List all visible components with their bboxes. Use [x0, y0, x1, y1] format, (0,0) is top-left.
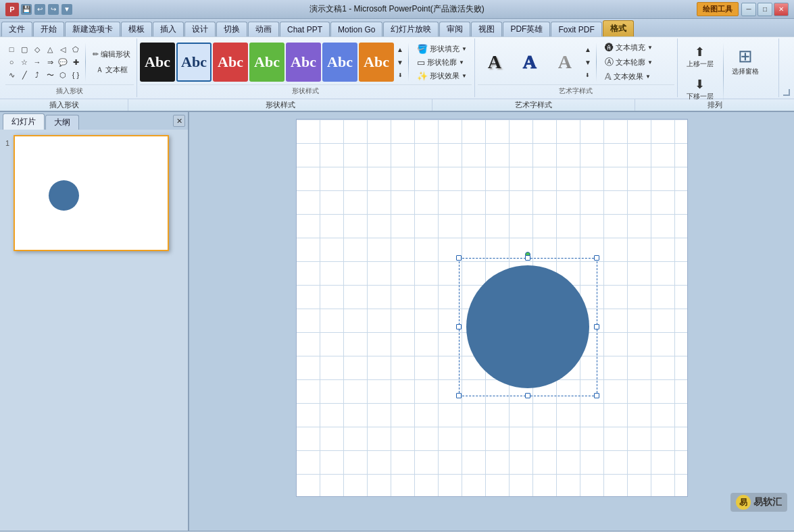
slide-number: 1 — [5, 135, 9, 147]
restore-button[interactable]: □ — [758, 3, 772, 16]
slide-canvas[interactable] — [296, 119, 688, 497]
minimize-button[interactable]: ─ — [741, 3, 756, 16]
circle-shape[interactable] — [466, 265, 591, 390]
save-qa-button[interactable]: 💾 — [21, 4, 32, 15]
shape-tool-circle[interactable]: ○ — [5, 56, 18, 68]
tab-format[interactable]: 格式 — [603, 20, 634, 36]
style-sample-3[interactable]: Abc — [249, 43, 284, 82]
text-effect-button[interactable]: 𝔸 文本效果 ▼ — [601, 70, 656, 83]
shape-tool-block-arrow[interactable]: ⇒ — [44, 56, 56, 68]
tab-template[interactable]: 模板 — [121, 22, 152, 36]
art-letter-2[interactable]: A — [548, 43, 582, 82]
shape-fill-button[interactable]: 🪣 形状填充 ▼ — [414, 43, 470, 55]
edit-shapes-button[interactable]: ✏ 编辑形状 — [89, 47, 134, 61]
shape-tool-callout[interactable]: 💬 — [57, 56, 69, 68]
handle-ml[interactable] — [456, 324, 462, 329]
shape-tool-rtriangle[interactable]: ◁ — [57, 43, 69, 55]
art-scroll-up[interactable]: ▲ — [583, 43, 593, 55]
tab-animation[interactable]: 动画 — [248, 22, 279, 36]
undo-qa-button[interactable]: ↩ — [34, 4, 45, 15]
text-box-button[interactable]: Ａ 文本框 — [89, 63, 134, 77]
text-outline-button[interactable]: Ⓐ 文本轮廓 ▼ — [601, 55, 656, 70]
close-button[interactable]: ✕ — [774, 3, 789, 16]
label-cell-art-text: 艺术字样式 — [432, 99, 635, 111]
handle-rotate[interactable] — [525, 252, 530, 257]
panel-tabs: 幻灯片 大纲 ✕ — [0, 112, 188, 130]
tab-outline[interactable]: 大纲 — [45, 115, 79, 130]
tab-review[interactable]: 审阅 — [439, 22, 470, 36]
shape-effect-button[interactable]: ✨ 形状效果 ▼ — [414, 70, 470, 82]
style-sample-6[interactable]: Abc — [359, 43, 394, 82]
handle-tr[interactable] — [594, 255, 599, 261]
tab-view[interactable]: 视图 — [471, 22, 502, 36]
shape-tool-curve[interactable]: ∿ — [5, 69, 18, 81]
text-box-label: 文本框 — [105, 65, 128, 75]
tab-file[interactable]: 文件 — [1, 22, 32, 36]
ribbon: 文件 开始 新建选项卡 模板 插入 设计 切换 动画 Chat PPT Moti… — [0, 19, 794, 112]
shape-tool-diamond[interactable]: ◇ — [31, 43, 43, 55]
shape-tool-line[interactable]: ╱ — [18, 69, 30, 81]
shape-outline-button[interactable]: ▭ 形状轮廓 ▼ — [414, 56, 470, 69]
tab-design[interactable]: 设计 — [184, 22, 216, 36]
tab-transition[interactable]: 切换 — [216, 22, 247, 36]
outline-arrow-icon: ▼ — [459, 59, 464, 65]
handle-tc[interactable] — [525, 255, 530, 261]
ribbon-resize-icon[interactable] — [783, 89, 790, 96]
shape-tool-brace[interactable]: { } — [70, 69, 82, 81]
style-sample-4[interactable]: Abc — [286, 43, 321, 82]
tab-home[interactable]: 开始 — [33, 22, 64, 36]
art-scroll-more[interactable]: ⬇ — [583, 69, 593, 81]
style-scroll-up[interactable]: ▲ — [395, 43, 405, 55]
shape-tool-arrow[interactable]: → — [31, 56, 43, 68]
tab-foxit[interactable]: Foxit PDF — [551, 22, 601, 36]
bring-forward-button[interactable]: ⬆ 上移一层 — [682, 41, 718, 72]
group-shape-styles-label: 形状样式 — [140, 84, 472, 96]
style-sample-5[interactable]: Abc — [322, 43, 357, 82]
handle-mr[interactable] — [594, 324, 599, 329]
canvas-area[interactable] — [189, 112, 794, 531]
tab-insert-new[interactable]: 新建选项卡 — [65, 22, 120, 36]
bring-forward-icon: ⬆ — [695, 45, 705, 59]
style-scroll-more[interactable]: ⬇ — [395, 69, 405, 81]
text-fill-icon: 🅐 — [605, 43, 614, 53]
art-scroll-down[interactable]: ▼ — [583, 56, 593, 68]
text-fill-arrow: ▼ — [647, 45, 653, 51]
shape-tool-rect[interactable]: □ — [5, 43, 18, 55]
tab-insert[interactable]: 插入 — [153, 22, 184, 36]
shape-tool-connector[interactable]: ⤴ — [31, 69, 43, 81]
handle-bc[interactable] — [525, 393, 530, 398]
tab-chatppt[interactable]: Chat PPT — [280, 22, 330, 36]
shape-tool-rounded-rect[interactable]: ▢ — [18, 43, 30, 55]
watermark: 易 易软汇 — [730, 493, 787, 512]
tab-slides[interactable]: 幻灯片 — [3, 113, 45, 130]
tab-pdfhero[interactable]: PDF英雄 — [503, 22, 550, 36]
shape-tool-cross[interactable]: ✚ — [70, 56, 82, 68]
shape-tool-hexagon[interactable]: ⬡ — [57, 69, 69, 81]
style-sample-0[interactable]: Abc — [140, 43, 175, 82]
panel-close-button[interactable]: ✕ — [173, 115, 185, 127]
shape-tool-star[interactable]: ☆ — [18, 56, 30, 68]
redo-qa-button[interactable]: ↪ — [48, 4, 59, 15]
handle-bl[interactable] — [456, 393, 462, 398]
effect-arrow-icon: ▼ — [462, 73, 467, 79]
select-pane-button[interactable]: ⊞ 选择窗格 — [727, 43, 764, 80]
handle-tl[interactable] — [456, 255, 462, 261]
text-effect-arrow: ▼ — [645, 74, 651, 80]
handle-br[interactable] — [594, 393, 599, 398]
tab-motion[interactable]: Motion Go — [330, 22, 382, 36]
shape-tool-freeform[interactable]: 〜 — [44, 69, 56, 81]
shape-tool-triangle[interactable]: △ — [44, 43, 56, 55]
customize-qa-button[interactable]: ▼ — [61, 4, 72, 15]
text-fill-button[interactable]: 🅐 文本填充 ▼ — [601, 41, 656, 54]
ribbon-labels-row: 插入形状 形状样式 艺术字样式 排列 — [0, 99, 794, 111]
style-sample-1[interactable]: Abc — [176, 43, 212, 82]
style-sample-2[interactable]: Abc — [213, 43, 248, 82]
shape-tool-pentagon[interactable]: ⬠ — [70, 43, 82, 55]
text-box-icon: Ａ — [96, 65, 103, 75]
tab-slideshow[interactable]: 幻灯片放映 — [383, 22, 439, 36]
style-scroll-down[interactable]: ▼ — [395, 56, 405, 68]
slide-thumbnail[interactable] — [14, 135, 169, 251]
slide-panel: 1 — [0, 130, 188, 531]
art-letter-0[interactable]: A — [478, 43, 512, 82]
art-letter-1[interactable]: A — [513, 43, 547, 82]
